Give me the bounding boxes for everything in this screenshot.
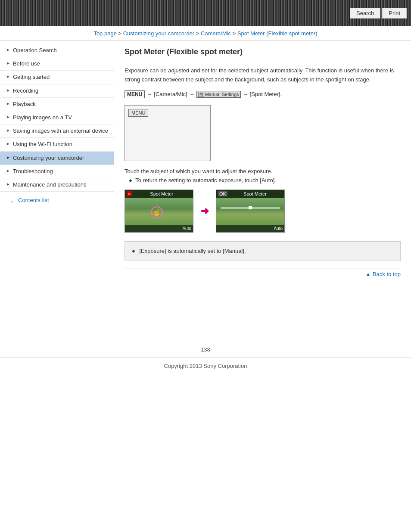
touch-sub-instruction: ● To return the setting to automatic exp…	[129, 177, 401, 184]
menu-arrow-2: →	[189, 91, 195, 97]
sidebar-item-label: Using the Wi-Fi function	[13, 140, 72, 148]
sidebar-item-label: Before use	[13, 60, 40, 68]
sidebar-item-saving-images[interactable]: ► Saving images with an external device	[0, 124, 114, 138]
copyright-text: Copyright 2013 Sony Corporation	[164, 363, 247, 369]
screenshot-after: OK Spot Meter Auto	[216, 190, 285, 233]
breadcrumb-spot-meter[interactable]: Spot Meter (Flexible spot meter)	[237, 30, 318, 37]
sidebar-arrow-icon: ►	[6, 74, 10, 79]
footer: Copyright 2013 Sony Corporation	[0, 357, 411, 374]
sidebar-arrow-icon: ►	[6, 61, 10, 65]
sidebar-item-label: Customizing your camcorder	[13, 154, 84, 162]
screen-menu-btn: MENU	[128, 109, 148, 117]
sidebar-item-label: Operation Search	[13, 47, 57, 54]
screenshot1-bottom-label: Auto	[182, 226, 191, 231]
sidebar-arrow-icon: ►	[6, 155, 10, 160]
breadcrumb-top-page[interactable]: Top page	[93, 30, 117, 37]
page-title: Spot Meter (Flexible spot meter)	[125, 47, 401, 61]
screenshot2-title: Spot Meter	[243, 191, 267, 196]
screenshots: × Spot Meter ☝ Auto ➜ OK Spot Meter	[125, 190, 401, 233]
touch-instruction: Touch the subject of which you want to a…	[125, 168, 401, 174]
sidebar-arrow-icon: ►	[6, 168, 10, 173]
close-x-icon: ×	[127, 191, 132, 196]
sidebar-item-label: Saving images with an external device	[13, 127, 108, 135]
menu-path: MENU → [Camera/Mic] → M̄ Manual Settings…	[125, 90, 401, 98]
sidebar-item-label: Troubleshooting	[13, 168, 53, 175]
breadcrumb-customizing[interactable]: Customizing your camcorder	[123, 30, 194, 37]
header: Search Print	[0, 0, 411, 26]
camera-mic-link: [Camera/Mic]	[154, 91, 187, 97]
description: Exposure can be adjusted and set for the…	[125, 66, 401, 84]
menu-arrow-3: →	[243, 91, 248, 97]
back-to-top: ▲ Back to top	[125, 268, 401, 280]
sidebar-item-label: Maintenance and precautions	[13, 181, 87, 189]
sidebar-item-customizing[interactable]: ► Customizing your camcorder	[0, 152, 114, 165]
park-scene-2	[216, 198, 284, 225]
print-button[interactable]: Print	[382, 8, 407, 19]
touch-indicator: ☝	[151, 206, 163, 218]
breadcrumb: Top page > Customizing your camcorder > …	[0, 26, 411, 40]
spot-meter-label: [Spot Meter].	[250, 91, 282, 97]
finger-icon: ☝	[153, 208, 161, 216]
sidebar-arrow-icon: ►	[6, 47, 10, 52]
back-to-top-link[interactable]: ▲ Back to top	[365, 271, 401, 277]
sidebar-arrow-icon: ►	[6, 101, 10, 106]
screenshot-before: × Spot Meter ☝ Auto	[125, 190, 193, 233]
sidebar-item-getting-started[interactable]: ► Getting started	[0, 71, 114, 84]
sidebar-arrow-icon: ►	[6, 88, 10, 93]
sidebar-item-label: Playing images on a TV	[13, 114, 72, 121]
search-button[interactable]: Search	[350, 8, 380, 19]
arrow-right-icon	[9, 198, 16, 202]
breadcrumb-camera-mic[interactable]: Camera/Mic	[201, 30, 231, 37]
sidebar-item-recording[interactable]: ► Recording	[0, 84, 114, 98]
bullet-icon: ●	[129, 177, 132, 184]
main-layout: ► Operation Search ► Before use ► Gettin…	[0, 40, 411, 342]
note-text: [Exposure] is automatically set to [Manu…	[139, 248, 246, 254]
note-box: ● [Exposure] is automatically set to [Ma…	[125, 241, 401, 261]
ok-button-label: OK	[218, 191, 227, 196]
sidebar-arrow-icon: ►	[6, 182, 10, 187]
sidebar-item-label: Playback	[13, 100, 36, 108]
content-area: Spot Meter (Flexible spot meter) Exposur…	[114, 40, 411, 342]
sidebar-item-operation-search[interactable]: ► Operation Search	[0, 44, 114, 57]
sidebar-item-label: Getting started	[13, 73, 50, 81]
exposure-meter-indicator	[249, 206, 252, 209]
screenshot2-bottom-bar: Auto	[216, 225, 284, 232]
sidebar-item-using-wifi[interactable]: ► Using the Wi-Fi function	[0, 138, 114, 151]
back-to-top-label: Back to top	[373, 271, 401, 277]
sidebar-item-maintenance[interactable]: ► Maintenance and precautions	[0, 178, 114, 192]
manual-settings-label: M̄ Manual Settings	[196, 91, 241, 98]
sidebar-item-label: Recording	[13, 87, 38, 95]
sidebar-arrow-icon: ►	[6, 115, 10, 119]
screenshot1-title: Spot Meter	[150, 191, 173, 196]
contents-list-link[interactable]: Contents list	[0, 192, 114, 207]
menu-arrow-1: →	[146, 91, 152, 97]
note-bullet-icon: ●	[132, 248, 135, 254]
sidebar-item-troubleshooting[interactable]: ► Troubleshooting	[0, 165, 114, 178]
screen-mockup: MENU	[125, 105, 211, 161]
sidebar: ► Operation Search ► Before use ► Gettin…	[0, 40, 114, 342]
sidebar-item-before-use[interactable]: ► Before use	[0, 57, 114, 71]
transition-arrow: ➜	[200, 205, 209, 217]
screenshot2-label-bar: OK Spot Meter	[216, 190, 284, 198]
sidebar-item-playing-images-on-tv[interactable]: ► Playing images on a TV	[0, 111, 114, 124]
screenshot2-bottom-label: Auto	[274, 226, 283, 231]
sidebar-arrow-icon: ►	[6, 141, 10, 146]
contents-list-label: Contents list	[18, 197, 49, 203]
screenshot1-bottom-bar: Auto	[125, 225, 193, 232]
sidebar-arrow-icon: ►	[6, 128, 10, 133]
page-number: 138	[0, 342, 411, 357]
screenshot1-label-bar: × Spot Meter	[125, 190, 193, 198]
menu-button-label: MENU	[125, 90, 145, 98]
sidebar-item-playback[interactable]: ► Playback	[0, 98, 114, 111]
triangle-up-icon: ▲	[365, 271, 371, 277]
